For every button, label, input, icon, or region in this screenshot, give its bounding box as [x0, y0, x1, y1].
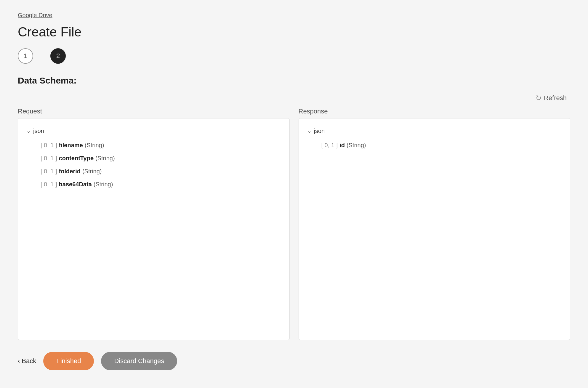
request-field-filename: [ 0, 1 ] filename (String): [41, 139, 281, 152]
response-label: Response: [299, 108, 571, 115]
response-json-root: ⌄ json: [307, 126, 562, 136]
response-panel-content: ⌄ json [ 0, 1 ] id (String): [299, 118, 571, 340]
request-json-root: ⌄ json: [26, 126, 281, 136]
section-title: Data Schema:: [18, 76, 570, 86]
schema-panels: Request ⌄ json [ 0, 1 ] filename (String…: [18, 108, 570, 340]
response-panel: Response ⌄ json [ 0, 1 ] id (String): [299, 108, 571, 340]
request-root-key: json: [33, 126, 44, 136]
refresh-row: ↻ Refresh: [18, 92, 570, 105]
back-chevron-icon: ‹: [18, 357, 20, 365]
steps-container: 1 2: [18, 48, 570, 64]
step-1[interactable]: 1: [18, 48, 33, 64]
request-label: Request: [18, 108, 290, 115]
request-chevron[interactable]: ⌄: [26, 126, 31, 136]
request-field-contenttype: [ 0, 1 ] contentType (String): [41, 152, 281, 165]
refresh-icon: ↻: [536, 94, 541, 102]
step-2[interactable]: 2: [50, 48, 66, 64]
response-json-tree: ⌄ json [ 0, 1 ] id (String): [307, 126, 562, 152]
response-field-id: [ 0, 1 ] id (String): [321, 139, 562, 152]
refresh-button[interactable]: ↻ Refresh: [532, 92, 570, 105]
request-field-base64data: [ 0, 1 ] base64Data (String): [41, 178, 281, 191]
request-panel-content: ⌄ json [ 0, 1 ] filename (String) [ 0, 1…: [18, 118, 290, 340]
back-button[interactable]: ‹ Back: [18, 357, 36, 365]
response-root-key: json: [314, 126, 325, 136]
page-container: Google Drive Create File 1 2 Data Schema…: [0, 0, 588, 388]
breadcrumb[interactable]: Google Drive: [18, 12, 570, 19]
request-field-folderid: [ 0, 1 ] folderid (String): [41, 165, 281, 178]
page-title: Create File: [18, 25, 570, 39]
step-connector: [34, 56, 49, 56]
response-fields: [ 0, 1 ] id (String): [321, 139, 562, 152]
request-json-tree: ⌄ json [ 0, 1 ] filename (String) [ 0, 1…: [26, 126, 281, 191]
finished-button[interactable]: Finished: [43, 352, 94, 370]
request-panel: Request ⌄ json [ 0, 1 ] filename (String…: [18, 108, 290, 340]
discard-button[interactable]: Discard Changes: [101, 352, 177, 370]
response-chevron[interactable]: ⌄: [307, 126, 312, 136]
footer-bar: ‹ Back Finished Discard Changes: [18, 340, 570, 370]
request-fields: [ 0, 1 ] filename (String) [ 0, 1 ] cont…: [41, 139, 281, 191]
